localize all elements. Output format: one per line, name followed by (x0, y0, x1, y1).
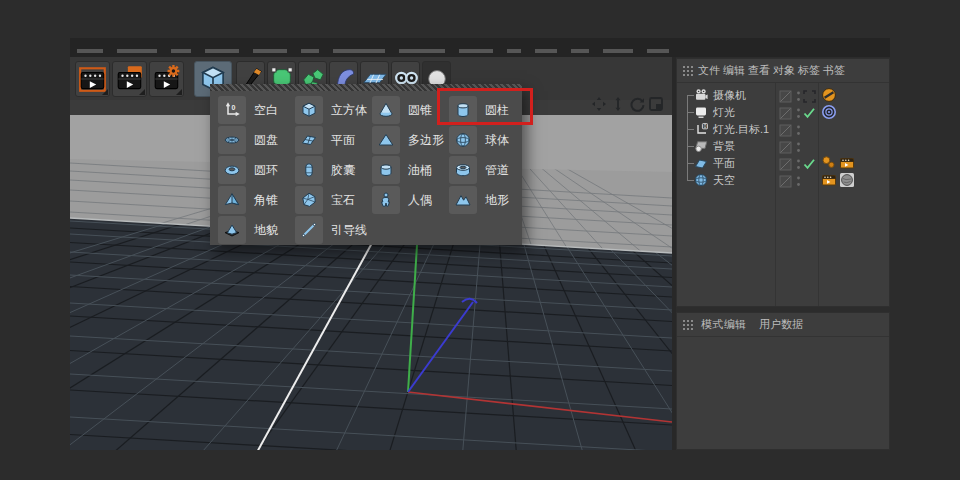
ap-menu-2[interactable]: 用户数据 (759, 313, 803, 336)
render-view-button[interactable] (75, 61, 110, 97)
visibility-dots[interactable] (796, 174, 801, 187)
panel-grip-icon[interactable] (682, 319, 694, 330)
object-row-sky[interactable]: 天空 (677, 172, 889, 189)
panel-grip-icon[interactable] (682, 65, 694, 76)
object-label: 灯光 (713, 104, 735, 121)
layer-toggle[interactable] (779, 140, 792, 153)
om-plane-icon (694, 156, 708, 170)
primitive-item-label: 人偶 (408, 185, 432, 215)
layer-toggle[interactable] (779, 89, 792, 102)
tag-compositing[interactable] (821, 172, 837, 188)
primitive-item-tube[interactable]: 管道 (449, 155, 523, 185)
om-menu-0[interactable]: 文件 (698, 59, 720, 82)
state-icon[interactable] (803, 89, 816, 102)
rotate-icon[interactable] (629, 96, 645, 112)
primitive-item-gem[interactable]: 宝石 (295, 185, 369, 215)
maximize-icon[interactable] (648, 96, 664, 112)
object-row-plane[interactable]: 平面 (677, 155, 889, 172)
tag-target[interactable] (821, 104, 837, 120)
primitive-item-label: 油桶 (408, 155, 432, 185)
state-icon[interactable] (803, 174, 816, 187)
om-menu-5[interactable]: 书签 (823, 59, 845, 82)
primitive-item-torus[interactable]: 圆环 (218, 155, 292, 185)
visibility-dots[interactable] (796, 157, 801, 170)
primitive-item-label: 平面 (331, 125, 355, 155)
state-icon[interactable] (803, 123, 816, 136)
enabled-check-icon[interactable] (803, 157, 816, 170)
primitive-item-label: 地形 (485, 185, 509, 215)
viewport-nav-icons (591, 96, 671, 113)
layer-toggle[interactable] (779, 174, 792, 187)
prim-relief-icon (218, 216, 246, 244)
enabled-check-icon[interactable] (803, 106, 816, 119)
primitive-dropdown-menu: 0 空白 立方体 圆锥 圆柱 圆盘 平面 多边形 球体 圆环 胶囊 油 (210, 84, 522, 245)
primitive-item-figure[interactable]: 人偶 (372, 185, 446, 215)
state-icon[interactable] (803, 140, 816, 153)
primitive-item-cube[interactable]: 立方体 (295, 95, 369, 125)
attribute-panel: 模式编辑用户数据 (676, 312, 890, 450)
ap-menu-0[interactable]: 模式 (701, 313, 723, 336)
visibility-dots[interactable] (796, 89, 801, 102)
layer-toggle[interactable] (779, 123, 792, 136)
visibility-dots[interactable] (796, 140, 801, 153)
menu-bar[interactable] (70, 38, 890, 57)
ap-menu-1[interactable]: 编辑 (724, 313, 746, 336)
object-label: 背景 (713, 138, 735, 155)
primitive-item-label: 管道 (485, 155, 509, 185)
zoom-icon[interactable] (610, 96, 626, 112)
hierarchy-tree-line (687, 95, 688, 180)
prim-null-icon: 0 (218, 96, 246, 124)
object-manager-panel: 文件编辑查看对象标签书签 摄像机 灯光 0 灯光.目标.1 背景 平面 天空 (676, 58, 890, 307)
hierarchy-tree-stub (687, 129, 694, 130)
prim-gem-icon (295, 186, 323, 214)
tag-protection[interactable] (821, 87, 837, 103)
prim-capsule-icon (295, 156, 323, 184)
prim-torus-icon (218, 156, 246, 184)
hierarchy-tree-stub (687, 163, 694, 164)
primitive-item-oiltank[interactable]: 油桶 (372, 155, 446, 185)
pan-icon[interactable] (591, 96, 607, 112)
visibility-dots[interactable] (796, 106, 801, 119)
om-background-icon (694, 139, 708, 153)
om-light-icon (694, 105, 708, 119)
primitive-item-sphere[interactable]: 球体 (449, 125, 523, 155)
primitive-item-label: 圆环 (254, 155, 278, 185)
object-row-light[interactable]: 灯光 (677, 104, 889, 121)
om-camera-icon (694, 88, 708, 102)
prim-plane-icon (295, 126, 323, 154)
om-menu-1[interactable]: 编辑 (723, 59, 745, 82)
object-row-camera[interactable]: 摄像机 (677, 87, 889, 104)
primitive-item-null[interactable]: 0 空白 (218, 95, 292, 125)
primitive-item-guide[interactable]: 引导线 (295, 215, 369, 245)
om-menu-2[interactable]: 查看 (748, 59, 770, 82)
om-menu-4[interactable]: 标签 (798, 59, 820, 82)
hierarchy-tree-stub (687, 112, 694, 113)
tag-texture[interactable] (839, 172, 855, 188)
prim-cone-icon (372, 96, 400, 124)
primitive-item-label: 圆盘 (254, 125, 278, 155)
om-menu-3[interactable]: 对象 (773, 59, 795, 82)
primitive-item-pyramid[interactable]: 角锥 (218, 185, 292, 215)
layer-toggle[interactable] (779, 157, 792, 170)
cinema4d-window: { "toolbar": { "buttons": [ {"name":"ren… (0, 0, 960, 480)
primitive-item-polygon[interactable]: 多边形 (372, 125, 446, 155)
primitive-item-label: 宝石 (331, 185, 355, 215)
primitive-item-relief[interactable]: 地貌 (218, 215, 292, 245)
render-picture-viewer-button[interactable] (112, 61, 147, 97)
primitive-item-landscape[interactable]: 地形 (449, 185, 523, 215)
layer-toggle[interactable] (779, 106, 792, 119)
primitive-item-cone[interactable]: 圆锥 (372, 95, 446, 125)
primitive-item-disc[interactable]: 圆盘 (218, 125, 292, 155)
primitive-item-capsule[interactable]: 胶囊 (295, 155, 369, 185)
visibility-dots[interactable] (796, 123, 801, 136)
render-settings-button[interactable] (149, 61, 184, 97)
object-row-background[interactable]: 背景 (677, 138, 889, 155)
prim-tube-icon (449, 156, 477, 184)
tag-compositing[interactable] (839, 155, 855, 171)
prim-cube-icon (295, 96, 323, 124)
object-row-null[interactable]: 0 灯光.目标.1 (677, 121, 889, 138)
primitive-item-label: 胶囊 (331, 155, 355, 185)
attribute-panel-menubar: 模式编辑用户数据 (677, 313, 889, 337)
primitive-item-plane[interactable]: 平面 (295, 125, 369, 155)
tag-phong[interactable] (821, 155, 837, 171)
